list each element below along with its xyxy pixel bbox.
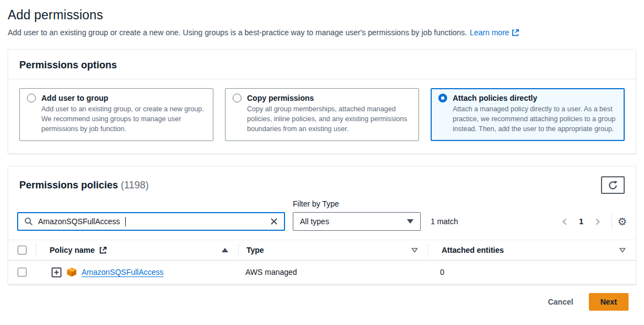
current-page-number[interactable]: 1	[573, 217, 589, 226]
option-label: Copy permissions	[247, 94, 314, 102]
sortable-triangle-icon	[411, 248, 418, 253]
refresh-icon	[608, 181, 618, 190]
type-filter-group: Filter by Type All types	[293, 199, 421, 231]
option-card-attach-policies-directly[interactable]: Attach policies directly Attach a manage…	[431, 88, 625, 141]
policy-name-link[interactable]: AmazonSQSFullAccess	[82, 268, 164, 277]
page-title: Add permissions	[8, 8, 636, 23]
option-description: Copy all group memberships, attached man…	[247, 104, 411, 134]
permissions-policies-header: Permissions policies (1198)	[8, 166, 636, 196]
chevron-down-icon	[407, 219, 414, 224]
policy-table-row: AmazonSQSFullAccess AWS managed 0	[8, 261, 636, 284]
row-checkbox-cell	[8, 268, 36, 277]
permissions-options-cards: Add user to group Add user to an existin…	[8, 79, 636, 153]
filter-area: AmazonSQSFullAccess Filter by Type All t…	[8, 196, 636, 240]
external-link-icon	[99, 246, 107, 254]
match-count: 1 match	[431, 212, 458, 231]
text-cursor	[125, 217, 126, 226]
permissions-policies-panel: Permissions policies (1198) AmazonSQSFul…	[8, 166, 636, 285]
wizard-footer: Cancel Next	[8, 285, 636, 311]
learn-more-label: Learn more	[470, 28, 509, 37]
expand-row-icon[interactable]	[51, 267, 62, 278]
policies-table-header: Policy name Type Attached entities	[8, 240, 636, 261]
select-all-checkbox[interactable]	[18, 246, 26, 254]
external-link-icon	[512, 29, 519, 36]
attached-entities-cell: 0	[427, 268, 636, 277]
header-checkbox-cell	[8, 246, 36, 254]
pagination: 1	[556, 212, 627, 231]
sortable-triangle-icon	[619, 248, 626, 253]
learn-more-link[interactable]: Learn more	[470, 28, 519, 37]
filter-row: AmazonSQSFullAccess Filter by Type All t…	[17, 199, 627, 231]
clear-search-icon[interactable]	[270, 218, 278, 225]
option-card-title-row: Add user to group	[27, 94, 206, 102]
pagination-divider	[611, 214, 612, 229]
permissions-policies-title-wrap: Permissions policies (1198)	[19, 180, 149, 191]
type-header-label: Type	[246, 246, 264, 254]
policy-search-input[interactable]: AmazonSQSFullAccess	[17, 212, 285, 231]
option-label: Attach policies directly	[453, 94, 537, 102]
type-filter-select[interactable]: All types	[293, 212, 421, 231]
policy-name-header-label: Policy name	[50, 246, 95, 254]
refresh-button[interactable]	[601, 176, 625, 194]
option-card-copy-permissions[interactable]: Copy permissions Copy all group membersh…	[225, 88, 419, 141]
permissions-policies-title: Permissions policies	[19, 180, 118, 191]
search-value: AmazonSQSFullAccess	[38, 217, 120, 226]
radio-attach-policies-directly[interactable]	[438, 94, 447, 102]
option-description: Add user to an existing group, or create…	[41, 104, 206, 134]
permissions-options-panel: Permissions options Add user to group Ad…	[8, 49, 636, 154]
next-button[interactable]: Next	[589, 293, 629, 311]
policy-name-cell: AmazonSQSFullAccess	[36, 267, 238, 278]
search-icon	[24, 217, 33, 226]
sort-ascending-icon[interactable]	[222, 248, 228, 252]
option-card-title-row: Attach policies directly	[438, 94, 617, 102]
policy-type-value: AWS managed	[245, 268, 297, 277]
next-page-button[interactable]	[589, 215, 606, 228]
policy-icon	[66, 267, 77, 278]
policy-type-cell: AWS managed	[238, 268, 427, 277]
type-filter-label: Filter by Type	[293, 199, 421, 208]
policies-count: (1198)	[121, 180, 149, 191]
option-description: Attach a managed policy directly to a us…	[453, 104, 617, 134]
option-label: Add user to group	[41, 94, 108, 102]
option-card-title-row: Copy permissions	[233, 94, 411, 102]
attached-entities-value: 0	[440, 268, 444, 277]
cancel-button[interactable]: Cancel	[548, 297, 573, 306]
attached-entities-header-label: Attached entities	[442, 246, 504, 254]
attached-entities-header[interactable]: Attached entities	[428, 246, 636, 254]
policy-name-header[interactable]: Policy name	[36, 246, 238, 254]
page-description: Add user to an existing group or create …	[8, 28, 636, 37]
row-checkbox[interactable]	[18, 268, 26, 277]
radio-add-user-to-group[interactable]	[27, 94, 36, 102]
page: Add permissions Add user to an existing …	[0, 0, 644, 311]
permissions-options-title: Permissions options	[8, 50, 636, 79]
page-description-text: Add user to an existing group or create …	[8, 28, 467, 37]
type-header[interactable]: Type	[239, 246, 428, 254]
radio-copy-permissions[interactable]	[233, 94, 242, 102]
gear-icon[interactable]	[618, 216, 627, 227]
previous-page-button[interactable]	[556, 215, 573, 228]
type-filter-value: All types	[300, 217, 329, 226]
option-card-add-user-to-group[interactable]: Add user to group Add user to an existin…	[19, 88, 213, 141]
